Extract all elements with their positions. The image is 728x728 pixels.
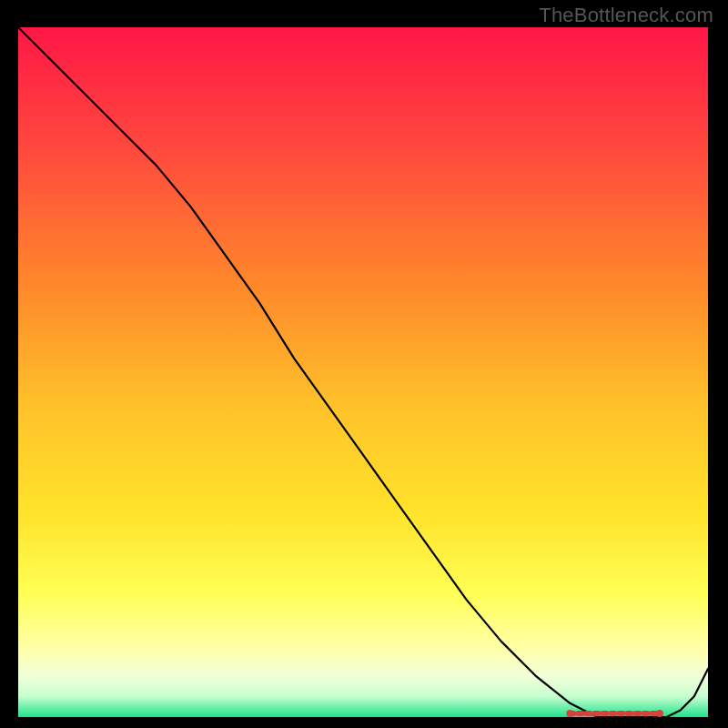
chart-frame: TheBottleneck.com xyxy=(0,0,728,728)
watermark-label: TheBottleneck.com xyxy=(539,4,713,27)
plot-area xyxy=(18,27,708,717)
chart-svg xyxy=(18,27,708,717)
